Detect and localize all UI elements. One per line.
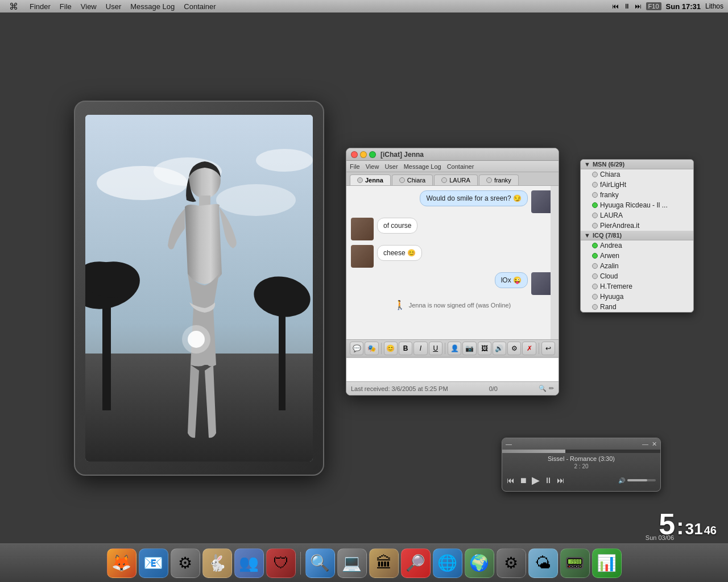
ichat-menu-file[interactable]: File <box>350 163 360 170</box>
dock-separator <box>300 552 301 575</box>
menu-finder[interactable]: Finder <box>25 2 55 11</box>
chat-scrollbar[interactable] <box>551 186 559 339</box>
dock-zoom[interactable]: 🔎 <box>401 548 431 578</box>
buddy-arwen[interactable]: Arwen <box>581 251 693 261</box>
ichat-menu-user[interactable]: User <box>384 163 398 170</box>
menubar-media-prev[interactable]: ⏮ <box>612 2 619 10</box>
dock-settings[interactable]: ⚙ <box>497 548 526 578</box>
buddy-hyuuga[interactable]: Hyuuga <box>581 292 693 302</box>
tab-franky[interactable]: franky <box>479 174 519 185</box>
system-message: 🚶 Jenna is now signed off (was Online) <box>351 300 554 310</box>
chat-edit-icon[interactable]: ✏ <box>549 385 554 392</box>
dock-icon-3[interactable]: ⚙ <box>171 548 200 578</box>
player-prev-btn[interactable]: ⏮ <box>507 476 515 485</box>
player-pause-btn[interactable]: ⏸ <box>544 476 552 485</box>
buddy-hyuuga-ricdeau[interactable]: Hyuuga Ricdeau - Il ... <box>581 200 693 210</box>
chat-search-icon[interactable]: 🔍 <box>539 385 547 392</box>
clock-seconds: 46 <box>704 524 717 537</box>
menu-file[interactable]: File <box>55 2 76 11</box>
player-song-title: Sissel - Romance (3:30) <box>507 455 656 462</box>
buddy-htremere[interactable]: H.Tremere <box>581 281 693 292</box>
menu-messagelog[interactable]: Message Log <box>126 2 179 11</box>
dock-terminal[interactable]: 📟 <box>560 548 590 578</box>
ichat-menu-messagelog[interactable]: Message Log <box>404 163 441 170</box>
buddy-franky[interactable]: franky <box>581 190 693 200</box>
toolbar-send-btn[interactable]: ↩ <box>541 342 555 355</box>
maximize-button[interactable] <box>369 151 376 158</box>
menu-view[interactable]: View <box>76 2 101 11</box>
buddy-azalin[interactable]: Azalin <box>581 261 693 271</box>
desktop: [iChat] Jenna File View User Message Log… <box>0 13 728 543</box>
buddy-fairlight[interactable]: fAirLigHt <box>581 180 693 190</box>
dock-system-prefs[interactable]: 👥 <box>234 548 264 578</box>
player-play-btn[interactable]: ▶ <box>532 474 540 487</box>
player-next-btn[interactable]: ⏭ <box>557 476 565 485</box>
dock-icon-rabbit[interactable]: 🐇 <box>202 548 232 578</box>
player-minimize-btn[interactable]: — <box>642 440 648 448</box>
ichat-menu-container[interactable]: Container <box>447 163 474 170</box>
dock-contacts[interactable]: 🛡 <box>266 548 296 578</box>
chat-input-field[interactable] <box>351 360 554 379</box>
toolbar-emoji-btn[interactable]: 😊 <box>384 342 398 355</box>
dock-finder[interactable]: 🔍 <box>305 548 335 578</box>
triangle-msn: ▼ <box>584 161 590 168</box>
buddy-andrea[interactable]: Andrea <box>581 240 693 251</box>
dock-firefox[interactable]: 🦊 <box>107 548 136 578</box>
toolbar-italic-btn[interactable]: I <box>413 342 427 355</box>
ichat-titlebar: [iChat] Jenna <box>346 148 559 161</box>
toolbar-underline-btn[interactable]: U <box>429 342 442 355</box>
buddy-laura[interactable]: LAURA <box>581 210 693 221</box>
status-dot-arwen <box>592 253 598 259</box>
ichat-tabs: Jenna Chiara LAURA franky <box>346 172 559 186</box>
status-dot-andrea <box>592 243 598 248</box>
svg-point-4 <box>256 149 313 172</box>
buddy-rand[interactable]: Rand <box>581 302 693 312</box>
status-dot-chiara <box>592 172 598 177</box>
volume-bar[interactable] <box>627 479 656 481</box>
toolbar-contact-btn[interactable]: 👤 <box>448 342 461 355</box>
toolbar-photo-btn[interactable]: 📷 <box>462 342 476 355</box>
buddy-list: ▼ MSN (6/29) Chiara fAirLigHt franky Hyu… <box>580 159 694 313</box>
player-stop-btn[interactable]: ⏹ <box>519 476 527 485</box>
dock-weather[interactable]: 🌤 <box>528 548 558 578</box>
toolbar-sound-btn[interactable]: 🔊 <box>493 342 506 355</box>
tab-jenna[interactable]: Jenna <box>350 174 391 185</box>
dock-system[interactable]: 💻 <box>337 548 367 578</box>
menu-user[interactable]: User <box>101 2 126 11</box>
dock-cpu[interactable]: 📊 <box>592 548 622 578</box>
close-button[interactable] <box>351 151 358 158</box>
buddy-group-icq[interactable]: ▼ ICQ (7/81) <box>581 231 693 240</box>
dock-mail[interactable]: 📧 <box>139 548 168 578</box>
chat-statusbar: Last received: 3/6/2005 at 5:25 PM 0/0 🔍… <box>346 381 559 395</box>
toolbar-settings-btn[interactable]: ⚙ <box>507 342 521 355</box>
menubar-clock: Sun 17:31 <box>666 2 701 11</box>
buddy-pierandrea[interactable]: PierAndrea.it <box>581 221 693 231</box>
tab-dot-jenna <box>357 177 363 183</box>
tab-laura[interactable]: LAURA <box>434 174 478 185</box>
menubar-media-pause[interactable]: ⏸ <box>623 2 630 10</box>
apple-menu[interactable]: ⌘ <box>5 1 23 12</box>
buddy-group-msn[interactable]: ▼ MSN (6/29) <box>581 160 693 169</box>
dock-browser[interactable]: 🌍 <box>465 548 494 578</box>
buddy-chiara[interactable]: Chiara <box>581 169 693 180</box>
dock-network[interactable]: 🌐 <box>433 548 462 578</box>
status-dot-hyuuga-ricdeau <box>592 202 598 208</box>
tab-chiara[interactable]: Chiara <box>392 174 433 185</box>
chat-message-1: Would do smile for a sreen? 😏 <box>351 190 554 213</box>
toolbar-image-btn[interactable]: 🖼 <box>478 342 491 355</box>
buddy-cloud[interactable]: Cloud <box>581 271 693 281</box>
menu-container[interactable]: Container <box>179 2 220 11</box>
menubar-media-next[interactable]: ⏭ <box>635 2 642 10</box>
toolbar-style-btn[interactable]: 🎭 <box>365 342 378 355</box>
player-close-btn[interactable]: ✕ <box>652 440 657 448</box>
chat-message-4: lOx 😜 <box>351 272 554 295</box>
minimize-button[interactable] <box>360 151 367 158</box>
volume-icon: 🔊 <box>618 477 625 484</box>
tab-dot-chiara <box>399 177 405 183</box>
toolbar-block-btn[interactable]: ✗ <box>522 342 536 355</box>
toolbar-bubble-btn[interactable]: 💬 <box>350 342 363 355</box>
player-window-controls: — ✕ <box>642 440 657 448</box>
ichat-menu-view[interactable]: View <box>366 163 379 170</box>
dock-rome[interactable]: 🏛 <box>369 548 399 578</box>
toolbar-bold-btn[interactable]: B <box>399 342 412 355</box>
